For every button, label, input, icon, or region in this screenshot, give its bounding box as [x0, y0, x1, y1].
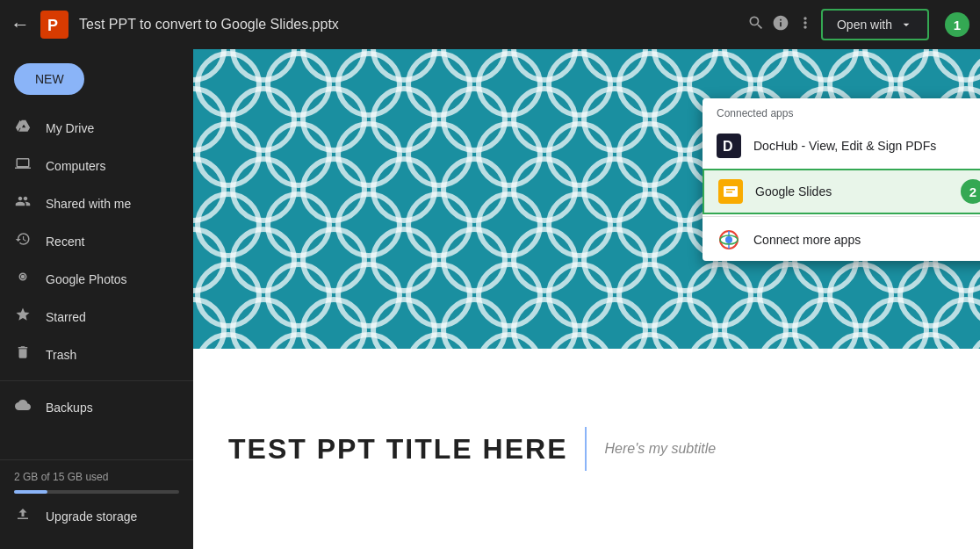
- new-button[interactable]: NEW: [14, 63, 84, 95]
- cloud-icon: [14, 397, 32, 417]
- slide-divider: [585, 427, 587, 471]
- upgrade-storage-item[interactable]: Upgrade storage: [0, 497, 186, 535]
- slide-subtitle: Here's my subtitle: [604, 441, 716, 457]
- dropdown-section-label: Connected apps: [703, 98, 980, 125]
- step1-badge: 1: [945, 12, 969, 37]
- sidebar-label-my-drive: My Drive: [46, 121, 94, 135]
- sidebar-item-recent[interactable]: Recent: [0, 222, 186, 260]
- upgrade-storage-label: Upgrade storage: [46, 509, 137, 524]
- sidebar-label-trash: Trash: [46, 348, 76, 362]
- sidebar-divider: [0, 380, 193, 381]
- sidebar-label-backups: Backups: [46, 401, 93, 415]
- sidebar-bottom: 2 GB of 15 GB used Upgrade storage: [0, 459, 193, 542]
- storage-bar: [14, 490, 47, 494]
- drive-icon: [14, 118, 32, 138]
- svg-rect-14: [726, 191, 732, 193]
- search-icon[interactable]: [747, 14, 765, 36]
- connect-icon: [717, 228, 741, 252]
- sidebar-item-starred[interactable]: Starred: [0, 298, 186, 336]
- step2-badge: 2: [961, 179, 980, 204]
- slide-title: TEST PPT TITLE HERE: [228, 433, 567, 466]
- app-logo: P: [40, 11, 68, 39]
- sidebar-label-recent: Recent: [46, 235, 84, 249]
- slide-content: TEST PPT TITLE HERE Here's my subtitle: [193, 349, 980, 549]
- header-actions: Open with 1: [747, 9, 969, 40]
- connect-apps-label: Connect more apps: [753, 233, 861, 247]
- sidebar-label-starred: Starred: [46, 310, 86, 324]
- upgrade-icon: [14, 506, 32, 526]
- sidebar-label-photos: Google Photos: [46, 272, 127, 286]
- sidebar-item-trash[interactable]: Trash: [0, 336, 186, 373]
- svg-rect-13: [726, 189, 735, 191]
- open-with-label: Open with: [837, 18, 892, 32]
- dropdown-item-dochub[interactable]: D DocHub - View, Edit & Sign PDFs: [703, 125, 980, 167]
- back-button[interactable]: ←: [11, 13, 30, 36]
- trash-icon: [14, 344, 32, 365]
- svg-text:P: P: [47, 17, 58, 34]
- star-icon: [14, 307, 32, 327]
- content-area: TEST PPT TITLE HERE Here's my subtitle C…: [193, 49, 980, 549]
- more-vert-icon[interactable]: [796, 14, 814, 36]
- sidebar-label-shared: Shared with me: [46, 197, 131, 211]
- dropdown-menu[interactable]: Connected apps D DocHub - View, Edit & S…: [703, 98, 980, 261]
- sidebar-item-backups[interactable]: Backups: [0, 388, 186, 426]
- dochub-icon: D: [717, 134, 741, 158]
- file-title: Test PPT to convert to Google Slides.ppt…: [79, 17, 747, 33]
- svg-point-2: [21, 275, 25, 279]
- svg-point-18: [720, 235, 738, 244]
- dropdown-item-connect[interactable]: Connect more apps: [703, 219, 980, 261]
- dropdown-divider: [703, 216, 980, 217]
- people-icon: [14, 193, 32, 213]
- info-icon[interactable]: [772, 14, 789, 36]
- sidebar: NEW My Drive Computers Shared with me: [0, 49, 193, 549]
- sidebar-item-my-drive[interactable]: My Drive: [0, 109, 186, 147]
- dropdown-item-google-slides[interactable]: Google Slides 2: [703, 169, 980, 214]
- photos-icon: [14, 269, 32, 289]
- sidebar-item-shared[interactable]: Shared with me: [0, 184, 186, 222]
- sidebar-item-computers[interactable]: Computers: [0, 147, 186, 184]
- storage-bar-container: [14, 490, 179, 494]
- chevron-down-icon: [899, 18, 913, 32]
- google-slides-icon: [718, 179, 743, 204]
- main-layout: NEW My Drive Computers Shared with me: [0, 49, 980, 549]
- storage-text: 2 GB of 15 GB used: [0, 467, 193, 487]
- computer-icon: [14, 155, 32, 176]
- open-with-button[interactable]: Open with: [821, 9, 929, 40]
- sidebar-label-computers: Computers: [46, 159, 105, 173]
- sidebar-item-photos[interactable]: Google Photos: [0, 260, 186, 298]
- svg-text:D: D: [723, 139, 733, 154]
- clock-icon: [14, 231, 32, 251]
- dochub-label: DocHub - View, Edit & Sign PDFs: [753, 139, 936, 153]
- google-slides-label: Google Slides: [755, 184, 832, 199]
- app-header: ← P Test PPT to convert to Google Slides…: [0, 0, 980, 49]
